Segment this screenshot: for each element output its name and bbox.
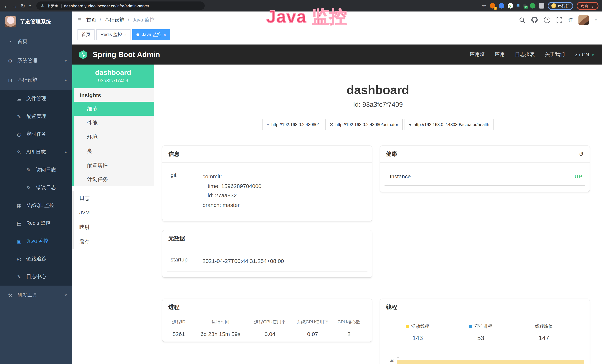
sba-nav-applications[interactable]: 应用 bbox=[495, 51, 505, 58]
legend-live-threads: 活动线程 bbox=[386, 323, 449, 330]
extension-icon-on[interactable]: on bbox=[523, 4, 526, 7]
sidebar-item-label: 研发工具 bbox=[17, 292, 37, 299]
menu-item-mappings[interactable]: 映射 bbox=[74, 220, 154, 234]
chevron-down-icon: ∨ bbox=[65, 293, 67, 297]
address-divider bbox=[61, 3, 61, 8]
sba-nav-journal[interactable]: 日志报表 bbox=[515, 51, 535, 58]
sidebar-item-redis-monitor[interactable]: ▤ Redis 监控 bbox=[0, 214, 72, 232]
history-icon[interactable]: ↺ bbox=[579, 151, 584, 157]
metadata-value: 2021-04-27T00:44:31.254+08:00 bbox=[203, 256, 366, 266]
browser-home-icon[interactable]: ⌂ bbox=[28, 3, 32, 8]
fullscreen-icon[interactable] bbox=[556, 17, 562, 23]
sidebar-item-access-log[interactable]: ✎ 访问日志 bbox=[0, 161, 72, 179]
instance-name: dashboard bbox=[74, 69, 152, 77]
sidebar-item-scheduled-jobs[interactable]: ◷ 定时任务 bbox=[0, 125, 72, 143]
profile-status-label: 已暂停 bbox=[558, 3, 570, 8]
sidebar-item-mysql-monitor[interactable]: ▦ MySQL 监控 bbox=[0, 197, 72, 214]
font-size-icon[interactable]: tT bbox=[568, 17, 572, 23]
profile-badge[interactable]: 已暂停 bbox=[548, 2, 573, 10]
sidebar-item-api-log[interactable]: ✎ API 日志 ∧ bbox=[0, 143, 72, 161]
instance-id: 93a3fc7f7409 bbox=[74, 78, 152, 84]
metadata-card: 元数据 startup 2021-04-27T00:44:31.254+08:0… bbox=[162, 230, 372, 277]
database-icon: ▦ bbox=[16, 203, 22, 208]
browser-menu-icon[interactable]: ⋮ bbox=[591, 3, 595, 8]
sidebar-item-system[interactable]: ⚙ 系统管理 ∨ bbox=[0, 51, 72, 70]
health-url-button[interactable]: ♥ http://192.168.0.2:48080/actuator/heal… bbox=[405, 119, 494, 130]
chevron-down-icon: ∨ bbox=[65, 59, 67, 63]
sidebar-item-error-log[interactable]: ✎ 错误日志 bbox=[0, 179, 72, 197]
sidebar-item-trace[interactable]: ◎ 链路追踪 bbox=[0, 250, 72, 268]
extension-icon-green[interactable] bbox=[530, 3, 535, 9]
process-card: 进程 进程ID 运行时间 进程CPU使用率 系统CPU使用率 CPU核心数 bbox=[162, 299, 372, 341]
menu-item-caches[interactable]: 缓存 bbox=[74, 234, 154, 249]
menu-item-details[interactable]: 细节 bbox=[74, 102, 154, 116]
address-bar[interactable]: ⚠ 不安全 dashboard.yudao.iocoder.cn/infra/a… bbox=[36, 1, 205, 10]
breadcrumb-separator: / bbox=[100, 17, 101, 23]
help-icon[interactable]: ? bbox=[544, 17, 550, 23]
menu-item-environment[interactable]: 环境 bbox=[74, 130, 154, 144]
edit-icon: ✎ bbox=[26, 167, 32, 173]
main-column: ≡ 首页 / 基础设施 / Java 监控 ? tT ▾ bbox=[72, 11, 602, 364]
browser-back-icon[interactable]: ← bbox=[4, 3, 9, 8]
insights-section-title: Insights bbox=[74, 88, 154, 102]
browser-reload-icon[interactable]: ↻ bbox=[21, 3, 25, 8]
github-icon[interactable] bbox=[531, 17, 538, 23]
search-icon[interactable] bbox=[519, 17, 525, 23]
extension-icon-blue[interactable] bbox=[499, 3, 504, 9]
instance-sidebar: dashboard 93a3fc7f7409 Insights 细节 性能 环境… bbox=[72, 64, 154, 364]
page-header: ≡ 首页 / 基础设施 / Java 监控 ? tT ▾ bbox=[72, 11, 602, 28]
service-url-button[interactable]: ⌂ http://192.168.0.2:48080/ bbox=[262, 119, 323, 130]
cards-row-3: 进程 进程ID 运行时间 进程CPU使用率 系统CPU使用率 CPU核心数 bbox=[162, 299, 589, 364]
extensions-puzzle-icon[interactable] bbox=[538, 3, 544, 9]
extension-icon-grid[interactable]: ⠿ bbox=[516, 4, 520, 7]
menu-item-metrics[interactable]: 性能 bbox=[74, 116, 154, 130]
sidebar-item-file-manage[interactable]: ☁ 文件管理 bbox=[0, 90, 72, 107]
menu-item-classes[interactable]: 类 bbox=[74, 144, 154, 158]
close-icon[interactable]: × bbox=[124, 32, 127, 37]
git-id-line: id: 27aa832 bbox=[203, 191, 366, 200]
actuator-url-button[interactable]: ⚒ http://192.168.0.2:48080/actuator bbox=[325, 119, 403, 130]
user-avatar[interactable] bbox=[579, 15, 589, 25]
dashboard-icon: ◔ bbox=[7, 39, 13, 44]
sidebar-item-home[interactable]: ◔ 首页 bbox=[0, 32, 72, 51]
card-title: 信息 bbox=[168, 150, 180, 158]
col-process-cpu: 进程CPU使用率 bbox=[247, 319, 292, 325]
sidebar-toggle-icon[interactable]: ≡ bbox=[77, 16, 81, 23]
menu-item-scheduled-tasks[interactable]: 计划任务 bbox=[74, 172, 154, 186]
legend-label: 线程峰值 bbox=[535, 323, 553, 330]
sidebar-item-devtools[interactable]: ⚒ 研发工具 ∨ bbox=[0, 286, 72, 305]
sidebar-item-label: 系统管理 bbox=[17, 57, 37, 64]
extension-icon-green-y[interactable]: y bbox=[507, 3, 513, 9]
sba-locale-select[interactable]: zh-CN ▾ bbox=[575, 52, 594, 57]
app-logo-row[interactable]: 芋道管理系统 bbox=[0, 11, 72, 32]
service-url: http://192.168.0.2:48080/ bbox=[271, 122, 319, 127]
sba-nav-wallboard[interactable]: 应用墙 bbox=[470, 51, 485, 58]
menu-item-logging[interactable]: 日志 bbox=[74, 191, 154, 205]
chrome-update-button[interactable]: 更新 ⋮ bbox=[577, 2, 598, 10]
tab-java-monitor[interactable]: Java 监控 × bbox=[133, 29, 170, 40]
menu-item-jvm[interactable]: JVM bbox=[74, 205, 154, 220]
sidebar-item-config-manage[interactable]: ✎ 配置管理 bbox=[0, 107, 72, 125]
sidebar-item-label: Redis 监控 bbox=[26, 220, 51, 227]
bookmark-star-icon[interactable]: ☆ bbox=[482, 3, 486, 8]
health-row-instance[interactable]: Instance UP bbox=[385, 168, 585, 186]
avatar-caret-icon[interactable]: ▾ bbox=[595, 18, 597, 22]
sidebar-item-label: 首页 bbox=[17, 38, 27, 45]
sidebar-item-java-monitor[interactable]: ▣ Java 监控 bbox=[0, 232, 72, 250]
extension-icon-orange[interactable]: 1 bbox=[490, 3, 495, 9]
sba-brand-title[interactable]: Spring Boot Admin bbox=[93, 50, 160, 59]
home-icon: ⌂ bbox=[267, 122, 269, 127]
tab-redis-monitor[interactable]: Redis 监控 × bbox=[97, 29, 131, 40]
process-table-header: 进程ID 运行时间 进程CPU使用率 系统CPU使用率 CPU核心数 bbox=[164, 319, 370, 325]
sidebar-item-infrastructure[interactable]: ⊡ 基础设施 ∧ bbox=[0, 70, 72, 90]
breadcrumb-home[interactable]: 首页 bbox=[86, 17, 97, 23]
breadcrumb-infrastructure[interactable]: 基础设施 bbox=[104, 17, 124, 23]
sba-nav-about[interactable]: 关于我们 bbox=[545, 51, 565, 58]
legend-peak-threads: 线程峰值 bbox=[512, 323, 575, 330]
close-icon[interactable]: × bbox=[163, 32, 166, 37]
sidebar-item-log-center[interactable]: ✎ 日志中心 bbox=[0, 268, 72, 286]
menu-item-config-props[interactable]: 配置属性 bbox=[74, 158, 154, 172]
sidebar-item-label: Java 监控 bbox=[26, 238, 48, 244]
tab-home[interactable]: 首页 bbox=[77, 29, 95, 40]
browser-forward-icon[interactable]: → bbox=[12, 3, 17, 8]
